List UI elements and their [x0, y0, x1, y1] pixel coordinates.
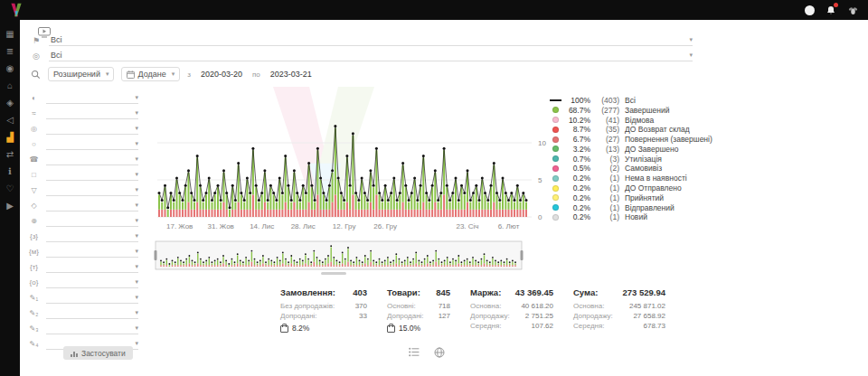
legend-item[interactable]: 0.2%(1)Відправлений [550, 203, 712, 212]
world-view-icon[interactable] [434, 347, 445, 358]
app-logo[interactable] [9, 3, 24, 17]
filter-field-t-select[interactable]: ▾ [46, 261, 138, 273]
chevron-down-icon: ▾ [106, 70, 109, 78]
type-filter-select[interactable]: Всі ▾ [49, 50, 693, 61]
notifications-bell[interactable] [826, 5, 836, 16]
sidebar-item-products[interactable]: ◈ [6, 98, 14, 108]
legend-item[interactable]: 0.5%(2)Самовивіз [550, 164, 712, 174]
chevron-down-icon: ▾ [135, 294, 138, 301]
custom-field-icon: {о} [27, 278, 41, 287]
filter-source-select[interactable]: ▾ [46, 92, 138, 104]
legend-item[interactable]: 0.2%(1)Нема в наявності [550, 174, 712, 183]
legend-item[interactable]: 0.2%(1)Новий [550, 213, 712, 222]
apply-button[interactable]: Застосувати [63, 346, 133, 360]
box-icon: □ [27, 171, 41, 179]
filter-geo-row: ⊕▾ [27, 215, 138, 227]
search-icon[interactable] [31, 70, 41, 80]
sidebar-item-warehouse[interactable]: ⌂ [7, 80, 13, 90]
chart-range-brush[interactable] [154, 240, 552, 277]
filter-funnel-select[interactable]: ▾ [46, 184, 138, 196]
sidebar-item-video[interactable]: ▶ [6, 201, 14, 211]
svg-text:14. Лис: 14. Лис [250, 222, 274, 230]
filter-geo-select[interactable]: ▾ [46, 215, 138, 227]
sidebar-item-marketing[interactable]: ◁ [6, 115, 14, 125]
legend-item[interactable]: 0.2%(1)ДО Отправлено [550, 183, 712, 193]
filter-custom-1-row: ✎₁▾ [27, 292, 138, 304]
sidebar-item-info[interactable]: ℹ [8, 166, 12, 176]
phone-icon: ☎ [27, 155, 41, 164]
sidebar-item-partners[interactable]: ♡ [6, 183, 14, 193]
sidebar-item-integrations[interactable]: ⇄ [6, 149, 14, 159]
chevron-down-icon: ▾ [135, 217, 138, 224]
filter-managers-row: ◎▾ [27, 123, 138, 135]
filter-field-m-select[interactable]: ▾ [46, 246, 138, 258]
svg-text:31. Жов: 31. Жов [208, 222, 234, 230]
date-from-input[interactable]: 2020-03-20 [198, 69, 245, 80]
filter-custom-3-select[interactable]: ▾ [46, 323, 138, 334]
filter-product-row: □▾ [27, 169, 138, 181]
legend-item[interactable]: 3.2%(13)ДО Завершено [550, 145, 712, 154]
date-to-input[interactable]: 2023-03-21 [268, 69, 315, 80]
filter-field-o-select[interactable]: ▾ [46, 277, 138, 288]
chevron-down-icon: ▾ [689, 36, 693, 43]
brush-handle-left[interactable] [155, 250, 157, 260]
filter-phone-row: ☎▾ [27, 154, 138, 165]
filter-funnel-row: ▽▾ [27, 184, 138, 196]
svg-text:12. Гру: 12. Гру [333, 222, 356, 230]
date-field-select[interactable]: Додане ▾ [121, 67, 180, 81]
svg-text:6. Лют: 6. Лют [498, 222, 520, 230]
legend-dot-swatch [552, 204, 559, 211]
svg-text:0: 0 [538, 213, 542, 221]
filter-field-z-select[interactable]: ▾ [46, 230, 138, 242]
legend-item[interactable]: 100%(403)Всі [550, 96, 712, 105]
legend-item[interactable]: 68.7%(277)Завершений [550, 106, 712, 115]
users-icon: ◎ [27, 125, 41, 133]
filter-status-select[interactable]: ▾ [46, 108, 138, 119]
date-from-label: з [187, 70, 191, 79]
status-filter-select[interactable]: Всі ▾ [49, 34, 693, 46]
filter-payment-select[interactable]: ▾ [46, 200, 138, 212]
sidebar-item-orders[interactable]: ≣ [6, 46, 14, 56]
filter-client-row: ○▾ [27, 138, 138, 150]
brush-handle-right[interactable] [521, 250, 524, 260]
chevron-down-icon: ▾ [135, 140, 138, 147]
chevron-down-icon: ▾ [135, 125, 138, 132]
legend-item[interactable]: 8.7%(35)ДО Возврат склад [550, 125, 712, 134]
legend-dot-swatch [552, 165, 559, 172]
legend-dot-swatch [552, 117, 559, 123]
table-view-icon[interactable] [409, 347, 420, 358]
filter-mode-value: Розширений [53, 70, 100, 79]
filter-product-select[interactable]: ▾ [46, 169, 138, 181]
sidebar-item-analytics[interactable]: ▟ [6, 132, 14, 142]
legend-item[interactable]: 0.7%(3)Утилізація [550, 155, 712, 164]
sidebar: ▦≣◉⌂◈◁▟⇄ℹ♡▶ [0, 20, 20, 376]
globe-icon: ⊕ [27, 217, 41, 225]
assistant-icon[interactable] [847, 5, 859, 16]
legend-item[interactable]: 0.2%(1)Прийнятий [550, 193, 712, 202]
funnel-icon: ▽ [27, 186, 41, 194]
legend-item[interactable]: 10.2%(41)Відмова [550, 116, 712, 125]
chevron-down-icon: ▾ [135, 109, 138, 117]
legend-item[interactable]: 6.7%(27)Повернення (завершені) [550, 135, 712, 144]
view-toggles [409, 347, 445, 358]
profile-icon[interactable] [805, 5, 815, 15]
filter-custom-1-select[interactable]: ▾ [46, 292, 138, 304]
scrollbar-thumb[interactable] [321, 272, 346, 275]
filter-phone-select[interactable]: ▾ [46, 154, 138, 165]
chevron-down-icon: ▾ [135, 155, 138, 163]
filter-field-m-row: {м}▾ [27, 246, 138, 258]
filter-managers-select[interactable]: ▾ [46, 123, 138, 135]
chevron-down-icon: ▾ [135, 248, 138, 255]
content: ⚑ Всі ▾ ◎ Всі ▾ Розширений ▾ [20, 20, 868, 376]
sidebar-item-clients[interactable]: ◉ [6, 63, 14, 73]
stat-group: Маржа:43 369.45Основна:40 618.20Допродаж… [470, 287, 553, 333]
filter-mode-select[interactable]: Розширений ▾ [48, 67, 114, 81]
filter-client-select[interactable]: ▾ [46, 138, 138, 150]
orders-time-series-chart[interactable]: 051017. Жов31. Жов14. Лис28. Лис12. Гру2… [154, 89, 552, 242]
notification-badge [834, 3, 838, 7]
chevron-down-icon: ▾ [135, 171, 138, 178]
filter-custom-2-select[interactable]: ▾ [46, 307, 138, 319]
sidebar-item-dashboard[interactable]: ▦ [5, 29, 14, 39]
custom-field-icon: {з} [27, 232, 41, 240]
pencil-2-icon: ✎₂ [27, 309, 41, 317]
